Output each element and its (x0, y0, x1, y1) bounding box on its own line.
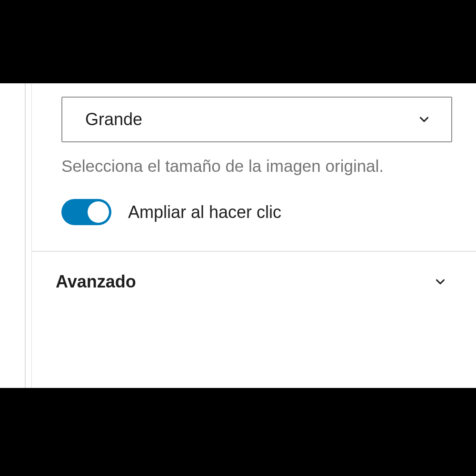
settings-panel: Grande Selecciona el tamaño de la imagen… (32, 83, 476, 388)
expand-on-click-toggle[interactable] (61, 199, 111, 225)
settings-panel-viewport: Grande Selecciona el tamaño de la imagen… (0, 83, 476, 388)
image-size-help-text: Selecciona el tamaño de la imagen origin… (61, 155, 452, 177)
chevron-down-icon (416, 111, 432, 128)
chevron-down-icon (432, 274, 448, 290)
image-size-select[interactable]: Grande (61, 97, 452, 142)
select-value-label: Grande (85, 109, 142, 129)
expand-on-click-label: Ampliar al hacer clic (128, 202, 281, 222)
toggle-thumb (88, 201, 109, 223)
expand-on-click-row: Ampliar al hacer clic (61, 199, 452, 225)
advanced-section-header[interactable]: Avanzado (61, 252, 452, 312)
advanced-section-title: Avanzado (56, 272, 136, 292)
left-gutter (0, 83, 32, 388)
